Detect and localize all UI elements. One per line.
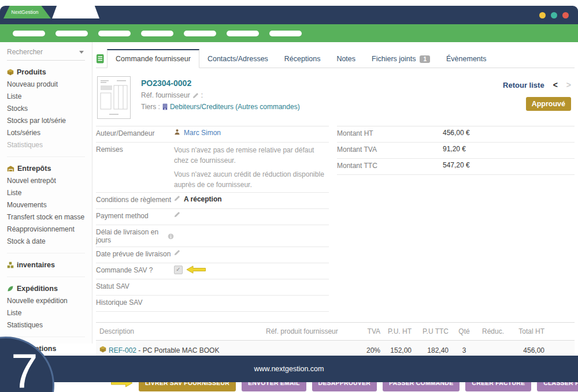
search-placeholder: Rechercher <box>7 48 43 56</box>
tab-notes[interactable]: Notes <box>328 50 364 68</box>
pencil-icon[interactable] <box>174 211 180 218</box>
field-label: Auteur/Demandeur <box>96 129 174 137</box>
nav-pill-placeholder[interactable] <box>13 31 45 36</box>
sidebar-item-nouveau-produit[interactable]: Nouveau produit <box>7 79 85 91</box>
window-maximize-button[interactable] <box>551 12 557 18</box>
tab-commande-fournisseur[interactable]: Commande fournisseur <box>107 49 199 68</box>
window-minimize-button[interactable] <box>539 12 546 18</box>
column-header-qte: Qté <box>452 323 476 341</box>
sidebar-section-inventaires: inventaires <box>7 253 85 277</box>
sidebar-item-stocks[interactable]: Stocks <box>7 103 85 115</box>
status-badge[interactable]: Approuvé <box>526 97 571 111</box>
sidebar-section-title-produits[interactable]: Produits <box>7 68 85 76</box>
sidebar-item-statistiques[interactable]: Statistiques <box>7 319 85 331</box>
sidebar-item-stocks-par-lot-serie[interactable]: Stocks par lot/série <box>7 115 85 127</box>
sidebar-item-nouvelle-expedition[interactable]: Nouvelle expédition <box>7 295 85 307</box>
field-label: Payment method <box>96 211 174 220</box>
supplier-ref-label: Réf. fournisseur <box>141 91 190 99</box>
tab-label: Commande fournisseur <box>116 55 191 63</box>
nav-pill-placeholder[interactable] <box>269 31 302 36</box>
field-row-date-prevue-de-livraison: Date prévue de livraison <box>96 247 329 263</box>
field-label: Commande SAV ? <box>96 266 174 274</box>
product-ref-link[interactable]: REF-002 <box>109 346 136 354</box>
summary-row-montant-tva: Montant TVA91,20 € <box>337 143 575 159</box>
field-row-auteur-demandeur: Auteur/DemandeurMarc Simon <box>96 126 329 143</box>
nav-pill-placeholder[interactable] <box>98 31 131 36</box>
window-controls <box>539 12 569 18</box>
tab-label: Évènements <box>446 55 486 63</box>
tab-label: Réceptions <box>284 55 321 63</box>
sidebar-item-transfert-stock-en-masse[interactable]: Transfert stock en masse <box>7 211 85 223</box>
sidebar-section-title-expeditions[interactable]: Expéditions <box>7 285 85 293</box>
tab-receptions[interactable]: Réceptions <box>276 50 329 68</box>
spreadsheet-icon <box>97 54 104 64</box>
field-label: Date prévue de livraison <box>96 249 174 258</box>
field-row-statut-sav: Statut SAV <box>96 279 329 296</box>
pencil-edit-icon[interactable] <box>192 92 199 99</box>
tiers-label: Tiers : <box>141 103 160 111</box>
tabs: Commande fournisseurContacts/AdressesRéc… <box>107 49 495 68</box>
package-icon <box>99 346 106 353</box>
supplier-ref-colon: : <box>201 91 203 99</box>
sidebar-item-mouvements[interactable]: Mouvements <box>7 199 85 211</box>
sidebar-item-liste[interactable]: Liste <box>7 91 85 103</box>
column-header-total-ht: Total HT <box>507 323 548 341</box>
tab-bar: Commande fournisseurContacts/AdressesRéc… <box>96 49 575 68</box>
field-value-text: A réception <box>184 195 222 203</box>
field-label-text: Statut SAV <box>96 282 129 290</box>
sidebar-item-nouvel-entrepot[interactable]: Nouvel entrepôt <box>7 175 85 187</box>
summary-value: 547,20 € <box>443 161 575 169</box>
tab-label: Fichiers joints <box>372 55 416 63</box>
po-number[interactable]: PO2304-0002 <box>141 79 503 88</box>
field-label: Statut SAV <box>96 282 174 290</box>
document-thumbnail[interactable] <box>97 76 131 119</box>
sidebar-section-title-entrepots[interactable]: Entrepôts <box>7 165 85 173</box>
sidebar-item-liste[interactable]: Liste <box>7 187 85 199</box>
sidebar: Rechercher ProduitsNouveau produitListeS… <box>0 42 92 344</box>
author-link[interactable]: Marc Simon <box>184 129 221 137</box>
tab-contacts-adresses[interactable]: Contacts/Adresses <box>199 50 276 68</box>
sidebar-item-reapprovisionnement[interactable]: Réapprovisionnement <box>7 223 85 236</box>
tiers-link[interactable]: Debiteurs/Crediteurs (Autres commandes) <box>170 103 300 111</box>
sidebar-item-stock-a-date[interactable]: Stock à date <box>7 236 85 248</box>
table-header-row: DescriptionRéf. produit fournisseurTVAP.… <box>96 323 575 341</box>
field-row-remises: RemisesVous n'avez pas de remise relativ… <box>96 143 329 193</box>
sidebar-search-select[interactable]: Rechercher <box>7 48 85 61</box>
nav-pill-placeholder[interactable] <box>141 31 173 36</box>
sidebar-item-liste[interactable]: Liste <box>7 307 85 319</box>
chevron-down-icon <box>79 51 84 54</box>
pencil-icon[interactable] <box>174 249 180 256</box>
field-label-text: Date prévue de livraison <box>96 250 171 258</box>
warehouse-icon <box>7 165 14 172</box>
field-row-commande-sav: Commande SAV ?✓ <box>96 263 329 279</box>
column-header-reduc: Réduc. <box>476 323 507 341</box>
summary-amount: 547,20 € <box>443 161 470 169</box>
sidebar-item-statistiques[interactable]: Statistiques <box>7 139 85 151</box>
sav-checkbox[interactable]: ✓ <box>174 266 183 274</box>
summary-value: 456,00 € <box>443 129 575 137</box>
back-to-list-link[interactable]: Retour liste <box>503 81 544 89</box>
summary-amount: 91,20 € <box>443 145 466 153</box>
field-label-text: Délai de livraison en jours <box>96 228 165 244</box>
building-icon <box>162 103 168 110</box>
tiers-line: Tiers : Debiteurs/Crediteurs (Autres com… <box>141 103 503 111</box>
nav-pill-placeholder[interactable] <box>55 31 88 36</box>
tab-fichiers-joints[interactable]: Fichiers joints1 <box>364 50 438 68</box>
tab-badge: 1 <box>420 55 430 63</box>
sidebar-item-lots-series[interactable]: Lots/séries <box>7 127 85 139</box>
document-actions: Retour liste < > Approuvé <box>503 76 571 119</box>
pencil-icon[interactable] <box>174 195 180 201</box>
nav-pill-placeholder[interactable] <box>184 31 216 36</box>
sidebar-section-label: Expéditions <box>17 285 58 293</box>
sidebar-section-produits: ProduitsNouveau produitListeStocksStocks… <box>7 61 85 157</box>
previous-record-chevron[interactable]: < <box>553 80 558 89</box>
sidebar-section-title-inventaires[interactable]: inventaires <box>7 261 85 269</box>
nav-pill-placeholder[interactable] <box>227 31 259 36</box>
next-record-chevron[interactable]: > <box>566 80 571 89</box>
window-close-button[interactable] <box>562 12 569 18</box>
sidebar-section-label: Entrepôts <box>17 165 51 173</box>
tab-evenements[interactable]: Évènements <box>438 50 494 68</box>
column-header-p-u-ht: P.U. HT <box>384 323 415 341</box>
sidebar-section-label: Produits <box>17 68 46 76</box>
field-label-text: Conditions de règlement <box>96 196 171 204</box>
